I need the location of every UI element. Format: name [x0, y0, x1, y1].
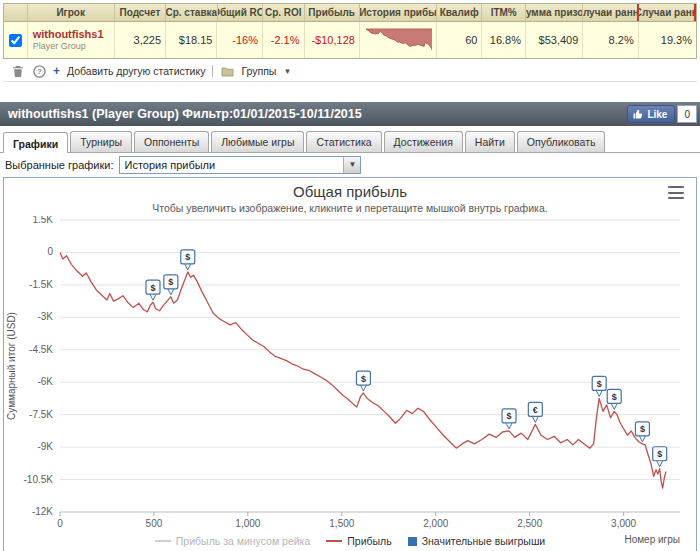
svg-text:-7.5K: -7.5K	[29, 409, 53, 420]
svg-text:$: $	[612, 392, 617, 402]
toolbar-divider	[212, 65, 213, 77]
legend-item[interactable]: Значительные выигрыши	[408, 535, 545, 547]
svg-text:$: $	[185, 252, 190, 262]
help-button[interactable]: ?	[32, 64, 46, 78]
cell-profit: -$10,128	[305, 22, 360, 58]
column-header-itm[interactable]: ITM%	[482, 4, 526, 21]
svg-text:3,000: 3,000	[611, 518, 636, 529]
column-header-prizes[interactable]: Сумма призов	[526, 4, 583, 21]
legend-item[interactable]: Прибыль за минусом рейка	[155, 535, 310, 547]
cell-avg-stake: $18.15	[166, 22, 217, 58]
cell-early-cashes-1: 8.2%	[583, 22, 638, 58]
svg-text:0: 0	[47, 246, 53, 257]
groups-button[interactable]: Группы	[241, 65, 276, 77]
svg-text:$: $	[361, 374, 366, 384]
column-header-profit[interactable]: Прибыль	[305, 4, 360, 21]
table-toolbar: ? + Добавить другую статистику Группы ▼	[3, 62, 697, 82]
svg-text:-9K: -9K	[37, 441, 53, 452]
tab-favorite-games[interactable]: Любимые игры	[211, 131, 304, 152]
svg-text:0: 0	[57, 518, 63, 529]
tab-statistics[interactable]: Статистика	[306, 131, 381, 152]
svg-text:$: $	[657, 449, 662, 459]
x-axis-title: Номер игры	[624, 534, 680, 545]
tab-charts[interactable]: Графики	[3, 132, 68, 153]
column-header-early-cashes-1[interactable]: Случаи ранне	[583, 4, 638, 21]
svg-text:$: $	[640, 424, 645, 434]
column-header-early-cashes-2[interactable]: Случаи ранн	[639, 4, 696, 21]
profit-chart[interactable]: 1.5K0-1.5K-3K-4.5K-6K-7.5K-9K-10.5K-12K0…	[4, 216, 696, 532]
player-cell[interactable]: withoutfishs1 Player Group	[28, 22, 115, 58]
column-header-count[interactable]: Подсчет	[115, 4, 166, 21]
column-header-avg-stake[interactable]: Ср. ставка	[166, 4, 217, 21]
tab-find[interactable]: Найти	[465, 131, 515, 152]
graph-select[interactable]: История прибыли ▼	[119, 156, 361, 174]
tab-publish[interactable]: Опубликовать	[517, 131, 606, 152]
cell-prizes: $53,409	[526, 22, 583, 58]
checkbox-cell	[4, 22, 28, 58]
column-header-checkbox	[4, 4, 28, 21]
profit-chart-panel: Общая прибыль Чтобы увеличить изображени…	[3, 177, 697, 551]
cell-itm: 16.8%	[482, 22, 526, 58]
tab-tournaments[interactable]: Турниры	[70, 131, 132, 152]
facebook-widget: Like 0	[627, 105, 697, 123]
chart-subtitle: Чтобы увеличить изображение, кликните и …	[4, 202, 696, 214]
stats-table: Игрок Подсчет Ср. ставка Общий ROI Ср. R…	[3, 3, 697, 59]
svg-text:$: $	[150, 283, 155, 293]
facebook-like-label: Like	[647, 109, 667, 120]
svg-text:$: $	[507, 411, 512, 421]
svg-text:-10.5K: -10.5K	[24, 474, 54, 485]
svg-text:1.5K: 1.5K	[32, 216, 53, 225]
svg-text:$: $	[597, 379, 602, 389]
svg-text:-3K: -3K	[37, 311, 53, 322]
legend-line-icon	[326, 540, 342, 542]
chart-title: Общая прибыль	[4, 183, 696, 200]
page-title: withoutfishs1 (Player Group) Фильтр:01/0…	[8, 107, 362, 121]
player-subtitle: Player Group	[33, 41, 86, 52]
tab-opponents[interactable]: Оппоненты	[134, 131, 209, 152]
trash-icon	[12, 65, 24, 78]
thumb-up-icon	[633, 109, 643, 119]
legend-square-icon	[408, 537, 417, 546]
svg-text:€: €	[533, 405, 538, 415]
cell-avg-roi: -2.1%	[263, 22, 305, 58]
svg-text:1,000: 1,000	[235, 518, 260, 529]
svg-text:500: 500	[146, 518, 163, 529]
tab-achievements[interactable]: Достижения	[384, 131, 463, 152]
svg-text:-12K: -12K	[32, 506, 53, 517]
table-row: withoutfishs1 Player Group 3,225 $18.15 …	[4, 22, 696, 58]
profit-sparkline	[364, 26, 432, 54]
page-title-bar: withoutfishs1 (Player Group) Фильтр:01/0…	[0, 102, 700, 126]
stats-table-header: Игрок Подсчет Ср. ставка Общий ROI Ср. R…	[4, 4, 696, 22]
legend-label: Прибыль за минусом рейка	[176, 535, 310, 547]
facebook-like-button[interactable]: Like	[627, 105, 675, 123]
player-name[interactable]: withoutfishs1	[33, 28, 104, 41]
chart-legend: Прибыль за минусом рейкаПрибыльЗначитель…	[4, 535, 696, 547]
cell-total-roi: -16%	[217, 22, 263, 58]
row-checkbox[interactable]	[9, 34, 22, 47]
tab-bar: Графики Турниры Оппоненты Любимые игры С…	[0, 129, 700, 153]
svg-text:$: $	[168, 277, 173, 287]
delete-button[interactable]	[11, 64, 25, 78]
svg-text:2,000: 2,000	[423, 518, 448, 529]
column-header-profit-history[interactable]: История прибы	[360, 4, 437, 21]
chart-menu-icon[interactable]	[666, 185, 686, 200]
column-header-total-roi[interactable]: Общий ROI	[218, 4, 263, 21]
graph-select-value: История прибыли	[124, 159, 215, 171]
column-header-player[interactable]: Игрок	[28, 4, 115, 21]
legend-label: Значительные выигрыши	[422, 535, 545, 547]
add-statistic-link[interactable]: Добавить другую статистику	[67, 65, 205, 77]
svg-text:2,500: 2,500	[517, 518, 542, 529]
help-icon: ?	[33, 65, 46, 78]
folder-icon	[220, 64, 234, 78]
legend-item[interactable]: Прибыль	[326, 535, 391, 547]
svg-text:-4.5K: -4.5K	[29, 344, 53, 355]
svg-text:-6K: -6K	[37, 376, 53, 387]
column-header-qualified[interactable]: Квалиф	[437, 4, 482, 21]
cell-qualified: 60	[437, 22, 483, 58]
column-header-avg-roi[interactable]: Ср. ROI	[263, 4, 305, 21]
legend-line-icon	[155, 540, 171, 542]
chevron-down-icon: ▼	[283, 67, 291, 76]
select-dropdown-arrow[interactable]: ▼	[343, 157, 360, 173]
facebook-like-count: 0	[677, 105, 697, 123]
cell-profit-history	[360, 22, 437, 58]
